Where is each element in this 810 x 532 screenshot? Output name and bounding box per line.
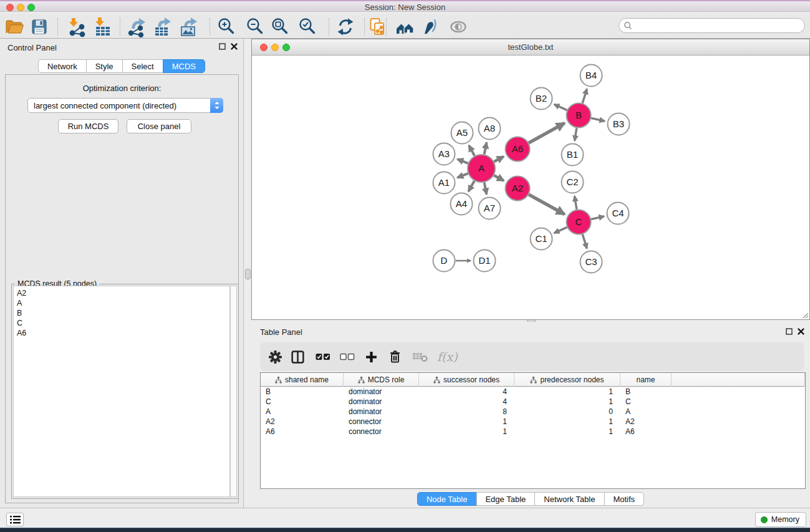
run-mcds-button[interactable]: Run MCDS xyxy=(58,119,118,133)
search-input[interactable] xyxy=(632,21,804,30)
table-cell[interactable]: B xyxy=(620,387,672,397)
zoom-selected-icon[interactable] xyxy=(297,16,318,37)
mcds-result-item[interactable]: A6 xyxy=(17,328,229,338)
graph-edge-A-A4[interactable] xyxy=(468,181,475,191)
table-cell[interactable]: A xyxy=(261,407,344,417)
tab-network[interactable]: Network xyxy=(38,59,87,73)
mcds-result-item[interactable]: A2 xyxy=(17,288,229,298)
graph-edge-A-A8[interactable] xyxy=(485,142,487,154)
table-row[interactable]: A6connector11A6 xyxy=(261,427,805,437)
column-header-name[interactable]: name xyxy=(620,373,672,387)
export-table-icon[interactable] xyxy=(152,16,173,37)
graph-edge-B-B4[interactable] xyxy=(582,89,587,104)
memory-button[interactable]: Memory xyxy=(755,512,806,527)
column-selector-icon[interactable] xyxy=(291,350,305,364)
table-settings-icon[interactable] xyxy=(268,350,282,364)
graph-edge-A6-B[interactable] xyxy=(529,123,564,143)
column-header-predecessor-nodes[interactable]: predecessor nodes xyxy=(514,373,620,387)
table-cell[interactable]: B xyxy=(261,387,344,397)
graph-edge-C-C2[interactable] xyxy=(574,196,576,209)
table-cell[interactable]: C xyxy=(620,397,672,407)
column-header-successor-nodes[interactable]: successor nodes xyxy=(419,373,514,387)
table-cell[interactable]: dominator xyxy=(344,397,419,407)
window-resize-handle[interactable] xyxy=(801,311,809,319)
export-image-icon[interactable] xyxy=(178,16,199,37)
mcds-result-item[interactable]: A xyxy=(17,298,229,308)
column-header-shared-name[interactable]: shared name xyxy=(261,373,344,387)
table-cell[interactable]: A2 xyxy=(620,417,672,427)
graph-edge-A2-C[interactable] xyxy=(529,195,564,215)
close-panel-icon[interactable] xyxy=(798,328,804,335)
graph-edge-C-C1[interactable] xyxy=(554,227,567,233)
column-header-MCDS-role[interactable]: MCDS role xyxy=(344,373,419,387)
table-row[interactable]: Bdominator41B xyxy=(261,387,805,397)
table-cell[interactable]: 1 xyxy=(514,387,620,397)
open-file-icon[interactable] xyxy=(4,16,25,37)
graph-edge-C-C4[interactable] xyxy=(591,216,604,220)
criterion-dropdown[interactable]: largest connected component (directed) xyxy=(27,98,223,113)
export-network-icon[interactable] xyxy=(127,16,148,37)
table-cell[interactable]: 4 xyxy=(419,397,514,407)
network-graph[interactable]: B4B2BB3A5A8A6B1A3AC2A1A2A4A7C4CC1DD1C3 xyxy=(252,56,809,319)
table-cell[interactable]: 1 xyxy=(419,417,514,427)
table-row[interactable]: A2connector11A2 xyxy=(261,417,805,427)
table-row[interactable]: Cdominator41C xyxy=(261,397,805,407)
network-canvas[interactable]: B4B2BB3A5A8A6B1A3AC2A1A2A4A7C4CC1DD1C3 xyxy=(252,56,809,319)
close-panel-button[interactable]: Close panel xyxy=(127,119,191,133)
close-panel-icon[interactable] xyxy=(231,43,238,50)
graph-edge-B-B1[interactable] xyxy=(575,128,577,140)
table-cell[interactable]: connector xyxy=(344,417,419,427)
zoom-fit-icon[interactable] xyxy=(269,16,291,37)
tab-select[interactable]: Select xyxy=(122,59,163,73)
table-row[interactable]: Adominator80A xyxy=(261,407,805,417)
table-cell[interactable]: 4 xyxy=(419,387,514,397)
table-cell[interactable]: 0 xyxy=(514,407,620,417)
mcds-result-item[interactable]: C xyxy=(17,318,229,328)
tab-node-table[interactable]: Node Table xyxy=(417,492,477,506)
table-cell[interactable]: A6 xyxy=(261,427,344,437)
birds-eye-view-icon[interactable] xyxy=(448,16,469,37)
tab-mcds[interactable]: MCDS xyxy=(163,59,205,73)
vertical-splitter-handle[interactable] xyxy=(245,269,251,279)
import-table-icon[interactable] xyxy=(91,16,112,37)
new-network-from-selection-icon[interactable] xyxy=(367,16,388,37)
save-session-icon[interactable] xyxy=(29,16,50,37)
toggle-graphics-details-icon[interactable] xyxy=(419,16,440,37)
table-cell[interactable]: A2 xyxy=(261,417,344,427)
tab-network-table[interactable]: Network Table xyxy=(534,492,604,506)
tab-edge-table[interactable]: Edge Table xyxy=(476,492,535,506)
table-cell[interactable]: A xyxy=(620,407,672,417)
graph-edge-C-C3[interactable] xyxy=(582,235,587,249)
float-panel-icon[interactable] xyxy=(786,328,793,335)
zoom-out-icon[interactable] xyxy=(244,16,266,37)
graph-edge-B-B3[interactable] xyxy=(591,118,605,121)
table-cell[interactable]: 8 xyxy=(419,407,514,417)
table-cell[interactable]: A6 xyxy=(620,427,672,437)
float-panel-icon[interactable] xyxy=(219,43,226,50)
table-cell[interactable]: 1 xyxy=(514,417,620,427)
graph-edge-B-B2[interactable] xyxy=(554,104,567,110)
graph-edge-A-A3[interactable] xyxy=(457,159,468,163)
table-cell[interactable]: dominator xyxy=(344,407,419,417)
import-network-icon[interactable] xyxy=(65,16,86,37)
table-cell[interactable]: 1 xyxy=(419,427,514,437)
mcds-result-scrollbar[interactable] xyxy=(230,286,237,497)
graph-edge-A-A2[interactable] xyxy=(494,175,504,181)
delete-column-icon[interactable] xyxy=(388,350,402,364)
table-cell[interactable]: dominator xyxy=(344,387,419,397)
graph-edge-A-A1[interactable] xyxy=(457,173,468,178)
cytoscape-home-icon[interactable] xyxy=(394,16,415,37)
table-cell[interactable]: 1 xyxy=(514,397,620,407)
tab-motifs[interactable]: Motifs xyxy=(604,492,644,506)
table-cell[interactable]: C xyxy=(261,397,344,407)
mcds-result-item[interactable]: B xyxy=(17,308,229,318)
tab-style[interactable]: Style xyxy=(86,59,123,73)
graph-edge-A-A5[interactable] xyxy=(469,145,475,156)
refresh-view-icon[interactable] xyxy=(335,16,356,37)
task-history-button[interactable] xyxy=(6,513,24,526)
select-all-rows-icon[interactable] xyxy=(316,352,330,361)
table-cell[interactable]: 1 xyxy=(514,427,620,437)
search-field[interactable] xyxy=(619,18,805,33)
graph-edge-A-A7[interactable] xyxy=(485,183,487,195)
table-cell[interactable]: connector xyxy=(344,427,419,437)
